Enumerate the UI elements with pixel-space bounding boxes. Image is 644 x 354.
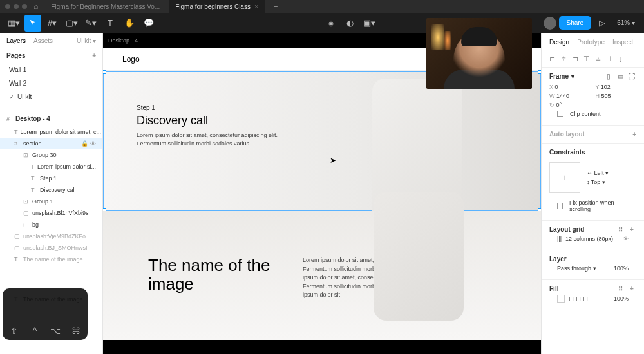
avatar[interactable] (544, 17, 556, 30)
layer-item[interactable]: TDiscovery call (0, 184, 102, 196)
frame-header[interactable]: #Desktop - 4 (0, 111, 102, 126)
opacity-input[interactable]: 100% (614, 265, 629, 272)
text-tool[interactable]: T (102, 15, 118, 32)
add-grid-button[interactable]: + (627, 226, 636, 233)
align-controls[interactable]: ⊏⫩⊐⊤⫨⊥⫿ (542, 51, 644, 67)
tab-uikit[interactable]: Ui kit ▾ (77, 37, 96, 44)
constraint-widget[interactable] (549, 162, 580, 193)
w-input[interactable]: 1440 (556, 93, 569, 99)
tab-inspect[interactable]: Inspect (612, 39, 633, 46)
layer-item[interactable]: ▢unsplash:Bl1hVfXbi9s (0, 207, 102, 219)
cursor-icon: ➤ (330, 156, 336, 165)
tab-file-2[interactable]: Figma for beginners Class× (169, 0, 265, 13)
rotation-input[interactable]: 0° (556, 102, 562, 108)
layer-item[interactable]: TThe name of the image (0, 254, 102, 265)
layer-item[interactable]: ▢unsplash:BJ_SMOHnwsI (0, 242, 102, 254)
eye-icon[interactable]: 👁 (623, 236, 629, 242)
page-item[interactable]: Ui kit (0, 90, 102, 104)
layer-item[interactable]: ▢bg (0, 219, 102, 230)
window-controls[interactable] (5, 4, 27, 9)
tab-prototype[interactable]: Prototype (577, 39, 605, 46)
comment-tool[interactable]: 💬 (140, 15, 157, 32)
layer-section: Layer (549, 256, 636, 263)
grid-label[interactable]: 12 columns (80px) (565, 236, 613, 242)
fill-hex[interactable]: FFFFFF (569, 295, 590, 302)
fix-checkbox[interactable] (557, 203, 563, 209)
autolayout-section[interactable]: Auto layout (549, 131, 585, 138)
frame-section[interactable]: Frame (549, 73, 569, 80)
constraint-v[interactable]: ↕ Top ▾ (587, 179, 609, 185)
menu-button[interactable]: ▦▾ (5, 15, 22, 32)
home-icon[interactable]: ⌂ (30, 2, 42, 11)
frame-label[interactable]: Desktop - 4 (108, 37, 138, 44)
resize-handle[interactable] (103, 70, 106, 74)
h-input[interactable]: 505 (601, 93, 611, 99)
close-icon[interactable]: × (254, 3, 258, 10)
shift-icon: ⇧ (6, 326, 22, 336)
zoom-level[interactable]: 61% ▾ (613, 19, 639, 26)
component-icon[interactable]: ◈ (323, 15, 339, 32)
add-autolayout-button[interactable]: + (632, 131, 636, 138)
add-page-button[interactable]: + (92, 52, 96, 59)
resize-handle[interactable] (538, 70, 541, 74)
layer-item[interactable]: ⊡Group 1 (0, 196, 102, 207)
layer-item[interactable]: TStep 1 (0, 172, 102, 184)
eye-icon[interactable]: 👁 (90, 140, 96, 147)
content-section: The name of the image Lorem ipsum dolor … (103, 211, 541, 340)
grid-icon: ||| (557, 236, 562, 242)
style-icon[interactable]: ⠿ (616, 285, 625, 292)
hand-tool[interactable]: ✋ (121, 15, 138, 32)
presenter-video (426, 18, 532, 89)
orientation-icon[interactable]: ▭ (616, 73, 625, 80)
page-item[interactable]: Wall 1 (0, 63, 102, 77)
layoutgrid-section: Layout grid (549, 226, 584, 233)
logo-text: Logo (122, 55, 140, 64)
inspector-panel: Design Prototype Inspect ⊏⫩⊐⊤⫨⊥⫿ Frame ▾… (541, 33, 644, 354)
pen-tool[interactable]: ✎▾ (82, 15, 99, 32)
layer-item[interactable]: ▢unsplash:VjeM9BdZKFo (0, 230, 102, 242)
layer-item[interactable]: #section🔒👁 (0, 138, 102, 149)
resize-icon[interactable]: ⛶ (627, 73, 636, 80)
lock-icon[interactable]: 🔒 (81, 140, 88, 147)
fill-section: Fill (549, 285, 558, 292)
toolbar: ▦▾ #▾ ▢▾ ✎▾ T ✋ 💬 ◈ ◐ ▣▾ Share ▷ 61% ▾ (0, 13, 644, 33)
tab-layers[interactable]: Layers (6, 37, 26, 44)
constraints-section: Constraints (549, 149, 636, 156)
present-button[interactable]: ▷ (594, 15, 611, 32)
move-tool[interactable] (24, 15, 41, 32)
frame-tool[interactable]: #▾ (44, 15, 61, 32)
color-swatch[interactable] (557, 295, 565, 303)
layer-item[interactable]: ⊡Group 30 (0, 149, 102, 161)
blend-mode[interactable]: Pass through ▾ (557, 265, 596, 272)
add-fill-button[interactable]: + (627, 285, 636, 292)
layer-item[interactable]: TLorem ipsum dolor si... (0, 161, 102, 172)
phone-mockup (374, 192, 464, 321)
constraint-h[interactable]: ↔ Left ▾ (587, 170, 609, 176)
tab-design[interactable]: Design (549, 39, 569, 46)
page-item[interactable]: Wall 2 (0, 77, 102, 90)
clip-checkbox[interactable] (557, 111, 564, 117)
hero-section[interactable]: Step 1 Discovery call Lorem ipsum dolor … (103, 71, 541, 211)
share-button[interactable]: Share (559, 16, 592, 30)
title-bar: ⌂ Figma for Beginners Masterclass Vo... … (0, 0, 644, 13)
fill-opacity[interactable]: 100% (614, 295, 629, 302)
shape-tool[interactable]: ▢▾ (63, 15, 80, 32)
command-icon: ⌘ (68, 326, 84, 336)
layer-item[interactable]: TLorem ipsum dolor sit amet, c... (0, 126, 102, 138)
option-icon: ⌥ (48, 326, 63, 336)
orientation-icon[interactable]: ▯ (604, 73, 613, 80)
style-icon[interactable]: ⠿ (616, 226, 625, 233)
new-tab-button[interactable]: + (267, 1, 284, 13)
shortcut-overlay: ⇧ ^ ⌥ ⌘ (3, 288, 88, 340)
section-title: The name of the image (148, 256, 277, 340)
mask-icon[interactable]: ◐ (342, 15, 359, 32)
ctrl-icon: ^ (27, 326, 43, 336)
boolean-icon[interactable]: ▣▾ (361, 15, 378, 32)
tab-assets[interactable]: Assets (33, 37, 53, 44)
tab-file-1[interactable]: Figma for Beginners Masterclass Vo... (44, 1, 166, 13)
y-input[interactable]: 102 (601, 84, 611, 90)
pages-header: Pages (6, 52, 25, 59)
x-input[interactable]: 0 (555, 84, 558, 90)
hero-body: Lorem ipsum dolor sit amet, consectetur … (137, 131, 278, 147)
